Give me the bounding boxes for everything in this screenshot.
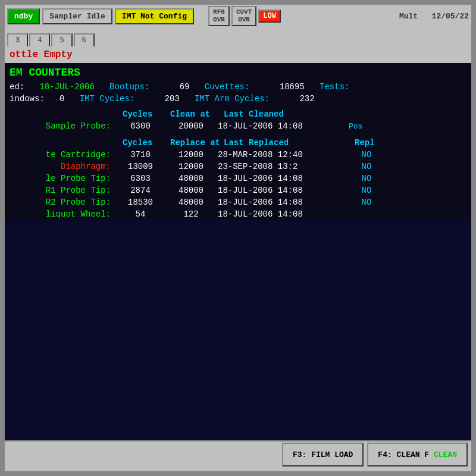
replace-table-header: Cycles Replace at Last Replaced Repl <box>15 137 466 149</box>
date-display: Mult 12/05/22 <box>399 12 469 21</box>
tab-3[interactable]: 3 <box>7 33 28 46</box>
replace-table: Cycles Replace at Last Replaced Repl te … <box>10 137 466 220</box>
imt-button[interactable]: IMT Not Config <box>115 8 194 24</box>
bottom-bar: F3: FILM LOAD F4: CLEAN F CLEAN <box>5 440 471 471</box>
rfg-cuvt-group: RFG OVR CUVT OVR LOW <box>208 6 281 26</box>
main-screen: ndby Sampler Idle IMT Not Config RFG OVR… <box>0 0 476 476</box>
tab-6[interactable]: 6 <box>74 33 95 46</box>
clean-table-header: Cycles Clean at Last Cleaned <box>15 108 466 120</box>
info-row-1: ed: 18-JUL-2006 Bootups: 69 Cuvettes: 18… <box>10 82 466 92</box>
info-row-2: indows: 0 IMT Cycles: 203 IMT Arm Cycles… <box>10 94 466 104</box>
clean-label: CLEAN <box>434 450 457 459</box>
f4-clean-button[interactable]: F4: CLEAN F CLEAN <box>367 443 468 466</box>
table-row: R1 Probe Tip: 2874 48000 18-JUL-2006 14:… <box>10 184 466 196</box>
f3-film-load-button[interactable]: F3: FILM LOAD <box>282 443 364 466</box>
table-row: te Cartridge: 3710 12000 28-MAR-2008 12:… <box>10 149 466 161</box>
cuvt-button[interactable]: CUVT OVR <box>231 6 256 26</box>
tab-5[interactable]: 5 <box>51 33 72 46</box>
table-row: Sample Probe: 6300 20000 18-JUL-2006 14:… <box>10 120 466 132</box>
top-bar: ndby Sampler Idle IMT Not Config RFG OVR… <box>5 5 471 27</box>
sampler-button[interactable]: Sampler Idle <box>42 8 112 24</box>
tab-bar: 3 4 5 6 <box>5 27 471 46</box>
bottle-empty-text: ottle Empty <box>10 49 73 60</box>
main-content: EM COUNTERS ed: 18-JUL-2006 Bootups: 69 … <box>5 63 471 220</box>
tab-4[interactable]: 4 <box>29 33 50 46</box>
clean-table: Cycles Clean at Last Cleaned Sample Prob… <box>10 108 466 132</box>
table-row: R2 Probe Tip: 18530 48000 18-JUL-2006 14… <box>10 196 466 208</box>
table-row: liquot Wheel: 54 122 18-JUL-2006 14:08 <box>10 208 466 220</box>
bottle-bar: ottle Empty <box>5 46 471 63</box>
rfg-button[interactable]: RFG OVR <box>208 6 230 26</box>
low-button[interactable]: LOW <box>258 10 281 23</box>
standby-button[interactable]: ndby <box>7 8 40 24</box>
section-title: EM COUNTERS <box>10 67 466 79</box>
table-row: Diaphragm: 13009 12000 23-SEP-2008 13:2 … <box>10 161 466 173</box>
table-row: le Probe Tip: 6303 48000 18-JUL-2006 14:… <box>10 173 466 184</box>
